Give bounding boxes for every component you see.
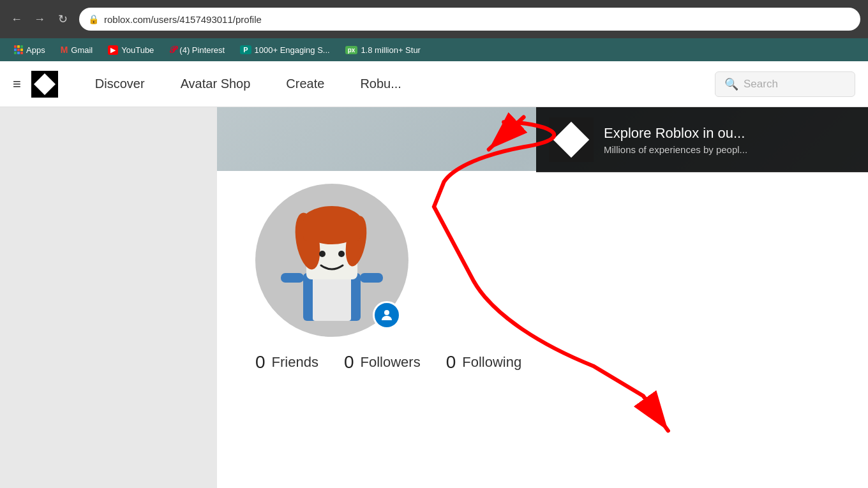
person-icon	[379, 307, 394, 323]
left-sidebar	[0, 107, 217, 488]
stat-following: 0 Following	[446, 352, 522, 373]
lock-icon: 🔒	[88, 14, 99, 24]
main-content: Explore Roblox in ou... Millions of expe…	[0, 107, 868, 488]
banner-subtitle: Millions of experiences by peopl...	[604, 144, 747, 155]
nav-robux[interactable]: Robu...	[342, 61, 419, 107]
gmail-label: Gmail	[71, 45, 93, 55]
svg-rect-6	[303, 216, 361, 241]
browser-chrome: ← → ↻ 🔒 roblox.com/users/4157493011/prof…	[0, 0, 868, 61]
bookmark-px[interactable]: px 1.8 million+ Stur	[339, 43, 427, 57]
path: /users/4157493011/profile	[151, 14, 261, 25]
bookmark-apps[interactable]: Apps	[8, 43, 52, 57]
youtube-label: YouTube	[121, 45, 154, 55]
friends-count: 0	[255, 352, 266, 373]
svg-point-11	[384, 310, 389, 315]
stats-row: 0 Friends 0 Followers 0 Following	[255, 352, 521, 373]
followers-label: Followers	[361, 354, 421, 371]
svg-rect-1	[313, 276, 351, 321]
address-text: roblox.com/users/4157493011/profile	[104, 14, 851, 25]
roblox-logo-diamond	[34, 73, 56, 95]
nav-avatar-shop[interactable]: Avatar Shop	[163, 61, 269, 107]
back-button[interactable]: ←	[8, 10, 26, 28]
youtube-icon: ▶	[108, 45, 118, 55]
bookmarks-bar: Apps M Gmail ▶ YouTube 𝒫 (4) Pinterest P…	[0, 38, 868, 61]
followers-count: 0	[344, 352, 354, 373]
engaging-icon: P	[240, 45, 251, 54]
following-label: Following	[462, 354, 521, 371]
roblox-navbar: ≡ Discover Avatar Shop Create Robu... 🔍 …	[0, 61, 868, 107]
svg-rect-10	[360, 273, 383, 283]
apps-label: Apps	[26, 45, 45, 55]
bookmark-engaging[interactable]: P 1000+ Engaging S...	[234, 43, 336, 57]
nav-buttons: ← → ↻	[8, 10, 71, 28]
svg-point-8	[338, 251, 345, 257]
pinterest-icon: 𝒫	[169, 44, 176, 55]
avatar-container	[255, 184, 408, 337]
banner-roblox-icon	[549, 117, 594, 162]
bookmark-gmail[interactable]: M Gmail	[54, 42, 100, 57]
banner-roblox-diamond	[553, 122, 590, 158]
address-bar-row: ← → ↻ 🔒 roblox.com/users/4157493011/prof…	[0, 0, 868, 38]
search-box[interactable]: 🔍 Search	[715, 71, 855, 97]
apps-icon	[14, 45, 23, 54]
pinterest-label: (4) Pinterest	[179, 45, 225, 55]
stat-friends: 0 Friends	[255, 352, 318, 373]
svg-point-7	[319, 251, 326, 257]
px-icon: px	[345, 46, 358, 54]
gmail-icon: M	[61, 45, 68, 55]
address-bar[interactable]: 🔒 roblox.com/users/4157493011/profile	[79, 8, 860, 31]
nav-discover[interactable]: Discover	[77, 61, 163, 107]
stat-followers: 0 Followers	[344, 352, 421, 373]
banner-text: Explore Roblox in ou... Millions of expe…	[604, 125, 747, 155]
search-placeholder: Search	[744, 78, 778, 91]
reload-button[interactable]: ↻	[54, 10, 71, 28]
bookmark-pinterest[interactable]: 𝒫 (4) Pinterest	[163, 41, 231, 58]
bookmark-youtube[interactable]: ▶ YouTube	[101, 43, 160, 57]
roblox-logo[interactable]	[31, 71, 58, 98]
forward-button[interactable]: →	[31, 10, 49, 28]
hamburger-menu[interactable]: ≡	[13, 76, 21, 92]
svg-rect-9	[281, 273, 304, 283]
domain: roblox.com	[104, 14, 151, 25]
search-icon: 🔍	[724, 77, 738, 91]
engaging-label: 1000+ Engaging S...	[255, 45, 330, 55]
friends-label: Friends	[272, 354, 318, 371]
banner-title: Explore Roblox in ou...	[604, 125, 747, 142]
px-label: 1.8 million+ Stur	[361, 45, 421, 55]
profile-section: Explore Roblox in ou... Millions of expe…	[217, 107, 868, 488]
nav-create[interactable]: Create	[268, 61, 342, 107]
online-badge	[373, 301, 401, 329]
banner-notification: Explore Roblox in ou... Millions of expe…	[536, 107, 868, 172]
following-count: 0	[446, 352, 456, 373]
